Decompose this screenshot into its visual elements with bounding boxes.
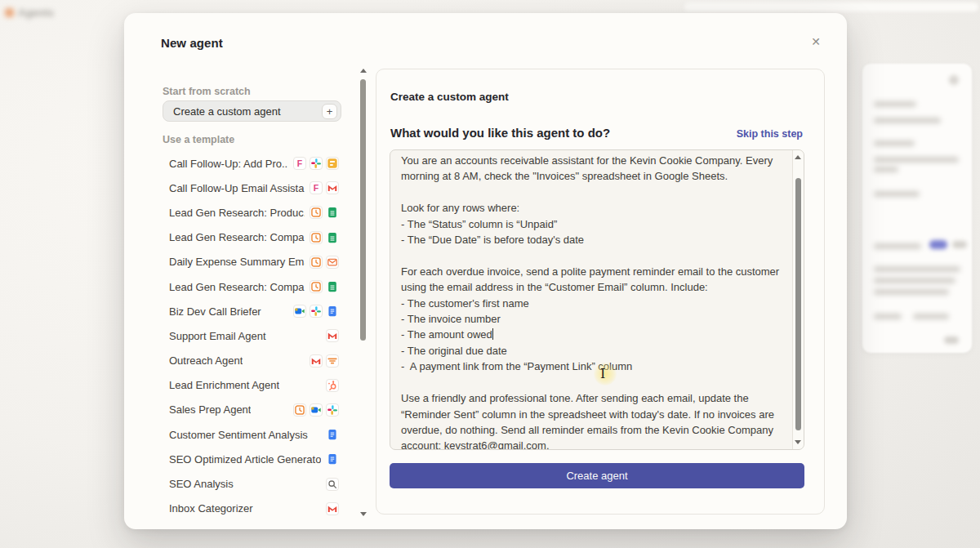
schedule-icon <box>310 206 323 219</box>
svg-text:F: F <box>297 158 303 168</box>
template-label: Lead Gen Research: Compa... <box>169 281 305 293</box>
template-app-icons <box>310 256 339 269</box>
blurred-topbar <box>684 2 978 11</box>
app-logo-icon <box>5 8 14 17</box>
create-custom-agent-item[interactable]: Create a custom agent + <box>163 100 341 122</box>
template-app-icons <box>326 428 339 441</box>
template-list-item[interactable]: SEO Optimized Article Generator <box>166 447 341 471</box>
template-label: Biz Dev Call Briefer <box>169 305 261 318</box>
template-app-icons <box>293 305 339 318</box>
template-label: SEO Analysis <box>169 478 234 490</box>
create-custom-agent-label: Create a custom agent <box>173 105 281 118</box>
template-app-icons <box>293 403 339 417</box>
template-app-icons <box>310 206 339 219</box>
new-agent-modal: New agent ✕ Start from scratch Create a … <box>124 13 847 529</box>
fireflies-icon: F <box>310 181 323 194</box>
template-label: SEO Optimized Article Generator <box>169 453 321 466</box>
template-label: Inbox Categorizer <box>169 502 253 515</box>
slack-icon <box>310 305 323 318</box>
schedule-icon <box>310 280 323 293</box>
gmail-icon <box>326 181 339 194</box>
fireflies-icon: F <box>293 157 306 170</box>
template-list-item[interactable]: SEO Analysis <box>166 471 341 496</box>
meet-icon <box>293 305 306 318</box>
sidebar-scrollbar-thumb[interactable] <box>360 79 366 341</box>
schedule-icon <box>310 256 323 269</box>
template-list-item[interactable]: Call Follow-Up: Add Pro...F <box>166 151 341 176</box>
sheets-icon <box>326 231 339 244</box>
scroll-up-icon[interactable] <box>795 155 801 159</box>
template-list-item[interactable]: Support Email Agent <box>166 323 341 348</box>
docs-icon <box>326 428 339 441</box>
template-list-item[interactable]: Biz Dev Call Briefer <box>166 299 341 323</box>
blurred-background-panel <box>862 64 972 353</box>
agent-prompt-text: You are an accounts receivable assistant… <box>390 149 792 449</box>
mail-orange-icon <box>326 256 339 269</box>
gmail-icon <box>326 502 339 515</box>
template-label: Lead Enrichment Agent <box>169 379 279 391</box>
template-app-icons <box>326 502 339 515</box>
search-icon <box>326 478 339 491</box>
orange-bars-icon <box>326 354 339 368</box>
schedule-icon <box>293 403 306 417</box>
template-label: Call Follow-Up: Add Pro... <box>169 158 288 170</box>
template-label: Support Email Agent <box>169 330 266 342</box>
template-label: Daily Expense Summary Email <box>169 256 305 268</box>
template-list-item[interactable]: Lead Gen Research: Compa... <box>166 225 341 250</box>
template-section-label: Use a template <box>163 134 234 145</box>
svg-text:F: F <box>314 183 319 193</box>
blurred-toggle <box>929 240 947 249</box>
text-caret <box>492 328 494 340</box>
template-list-item[interactable]: Inbox Categorizer <box>166 497 341 521</box>
slack-icon <box>310 157 323 170</box>
template-list-item[interactable]: Call Follow-Up Email Assista...F <box>166 176 341 200</box>
skip-step-link[interactable]: Skip this step <box>737 128 803 140</box>
hubspot-icon <box>326 379 339 392</box>
create-agent-button[interactable]: Create agent <box>390 463 804 488</box>
textarea-scrollbar-thumb[interactable] <box>795 178 801 430</box>
template-app-icons: F <box>310 181 339 194</box>
template-list-item[interactable]: Lead Gen Research: Produc... <box>166 200 341 225</box>
docs-icon <box>326 452 339 466</box>
textarea-scrollbar[interactable] <box>792 150 804 449</box>
sheets-icon <box>326 280 339 293</box>
template-app-icons <box>326 452 339 466</box>
template-list-item[interactable]: Lead Gen Research: Compa... <box>166 274 341 299</box>
plus-icon[interactable]: + <box>322 104 337 119</box>
gmail-icon <box>326 329 339 342</box>
schedule-icon <box>310 231 323 244</box>
scroll-up-icon[interactable] <box>360 69 367 73</box>
agent-prompt-textarea[interactable]: You are an accounts receivable assistant… <box>390 149 804 450</box>
template-label: Call Follow-Up Email Assista... <box>169 182 305 194</box>
template-app-icons <box>326 379 339 392</box>
scroll-down-icon[interactable] <box>795 440 801 444</box>
agent-question: What would you like this agent to do? <box>390 126 610 140</box>
close-icon[interactable]: ✕ <box>811 36 821 47</box>
template-label: Sales Prep Agent <box>169 403 251 416</box>
scroll-down-icon[interactable] <box>360 512 367 516</box>
card-title: Create a custom agent <box>390 91 509 103</box>
amber-app-icon <box>326 157 339 170</box>
sidebar-scrollbar[interactable] <box>359 69 368 516</box>
slack-icon <box>326 403 339 417</box>
template-label: Lead Gen Research: Produc... <box>169 207 305 219</box>
template-app-icons: F <box>293 157 339 170</box>
app-logo: Agents <box>5 7 54 19</box>
template-list-item[interactable]: Sales Prep Agent <box>166 398 341 422</box>
template-app-icons <box>310 231 339 244</box>
template-label: Lead Gen Research: Compa... <box>169 231 305 243</box>
template-list-item[interactable]: Daily Expense Summary Email <box>166 250 341 274</box>
docs-icon <box>326 305 339 318</box>
custom-agent-card: Create a custom agent What would you lik… <box>376 69 825 515</box>
template-label: Outreach Agent <box>169 354 243 367</box>
template-app-icons <box>310 280 339 293</box>
template-app-icons <box>310 354 339 368</box>
template-app-icons <box>326 478 339 491</box>
app-logo-text: Agents <box>18 7 54 19</box>
template-list: Call Follow-Up: Add Pro...FCall Follow-U… <box>166 151 341 521</box>
template-list-item[interactable]: Customer Sentiment Analysis <box>166 422 341 447</box>
template-list-item[interactable]: Lead Enrichment Agent <box>166 373 341 398</box>
template-list-item[interactable]: Outreach Agent <box>166 349 341 373</box>
sheets-icon <box>326 206 339 219</box>
meet-icon <box>310 403 323 417</box>
